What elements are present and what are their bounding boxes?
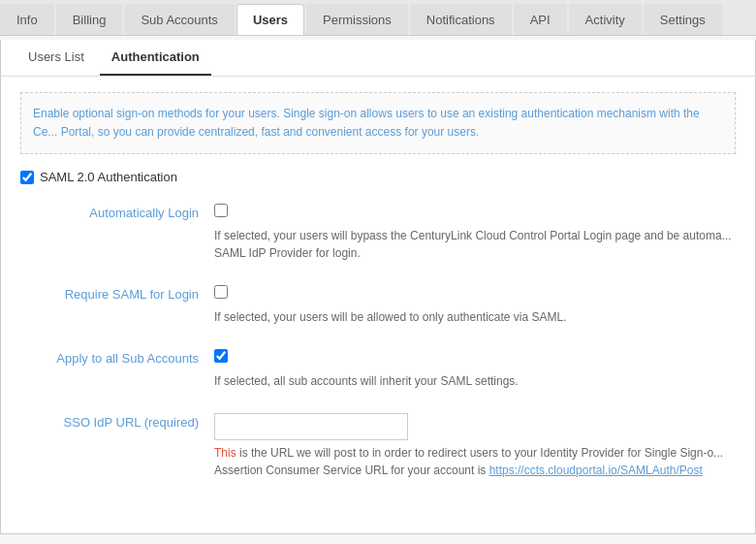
sso-idp-url-description: This is the URL we will post to in order… [214,444,736,479]
tab-settings[interactable]: Settings [644,4,722,35]
main-content: Users List Authentication Enable optiona… [0,40,756,534]
sso-url-mid: is the URL we will post to in order to r… [236,446,723,460]
top-tab-bar: Info Billing Sub Accounts Users Permissi… [0,0,756,36]
saml-main-checkbox[interactable] [20,171,34,184]
require-saml-description: If selected, your users will be allowed … [214,308,736,326]
info-description: Enable optional sign-on methods for your… [20,92,736,154]
tab-info[interactable]: Info [0,4,54,35]
require-saml-row: Require SAML for Login If selected, your… [20,285,736,326]
sub-tab-bar: Users List Authentication [1,40,755,77]
sso-idp-url-input[interactable] [214,413,408,440]
sso-idp-url-label: SSO IdP URL (required) [20,413,214,430]
sso-idp-url-field: This is the URL we will post to in order… [214,413,736,479]
tab-permissions[interactable]: Permissions [306,4,408,35]
sso-idp-url-row: SSO IdP URL (required) This is the URL w… [20,413,736,479]
sso-url-this: This [214,446,236,460]
saml-main-label: SAML 2.0 Authentication [40,170,177,184]
apply-sub-accounts-row: Apply to all Sub Accounts If selected, a… [20,349,736,390]
require-saml-field: If selected, your users will be allowed … [214,285,736,326]
auto-login-row: Automatically Login If selected, your us… [20,204,736,262]
tab-users[interactable]: Users [236,4,304,35]
sso-url-acs-prefix: Assertion Consumer Service URL for your … [214,464,489,477]
tab-sub-accounts[interactable]: Sub Accounts [124,4,235,35]
require-saml-label: Require SAML for Login [20,285,214,302]
auto-login-checkbox[interactable] [214,204,228,217]
tab-notifications[interactable]: Notifications [410,4,512,35]
sso-url-link[interactable]: https://ccts.cloudportal.io/SAMLAuth/Pos… [489,464,703,477]
tab-activity[interactable]: Activity [569,4,642,35]
tab-api[interactable]: API [514,4,567,35]
tab-billing[interactable]: Billing [56,4,123,35]
apply-sub-accounts-field: If selected, all sub accounts will inher… [214,349,736,390]
authentication-content: Enable optional sign-on methods for your… [1,77,755,518]
sub-tab-users-list[interactable]: Users List [16,40,96,76]
sub-tab-authentication[interactable]: Authentication [100,40,211,76]
apply-sub-accounts-label: Apply to all Sub Accounts [20,349,214,366]
apply-sub-accounts-description: If selected, all sub accounts will inher… [214,372,736,390]
auto-login-field: If selected, your users will bypass the … [214,204,736,262]
auto-login-label: Automatically Login [20,204,214,220]
auto-login-description: If selected, your users will bypass the … [214,227,736,262]
apply-sub-accounts-checkbox[interactable] [214,349,228,363]
require-saml-checkbox[interactable] [214,285,228,299]
saml-header: SAML 2.0 Authentication [20,170,736,184]
